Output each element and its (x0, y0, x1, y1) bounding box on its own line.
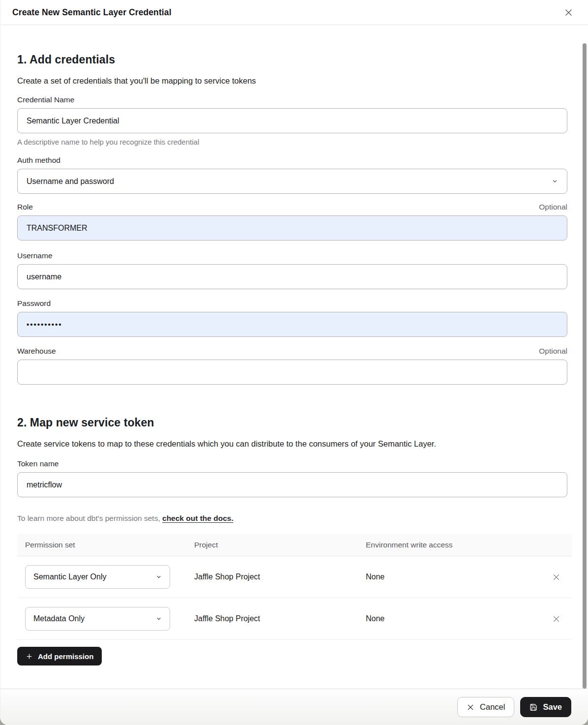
auth-method-label: Auth method (17, 156, 60, 165)
docs-link[interactable]: check out the docs. (162, 514, 234, 522)
modal-header: Create New Semantic Layer Credential (0, 0, 588, 25)
close-icon (564, 8, 573, 17)
permissions-table: Permission set Project Environment write… (17, 534, 572, 640)
chevron-down-icon (156, 574, 162, 580)
env-write-access-cell: None (358, 573, 548, 581)
remove-row-button[interactable] (548, 569, 564, 585)
project-cell: Jaffle Shop Project (186, 573, 358, 581)
username-group: Username (17, 251, 567, 289)
save-icon (529, 703, 537, 711)
password-group: Password (17, 299, 567, 337)
plus-icon (26, 653, 33, 660)
token-name-input[interactable] (17, 472, 567, 497)
modal-title: Create New Semantic Layer Credential (12, 7, 172, 18)
save-button[interactable]: Save (520, 697, 571, 717)
username-input[interactable] (17, 264, 567, 289)
close-icon (552, 573, 560, 581)
password-label: Password (17, 299, 51, 308)
chevron-down-icon (552, 178, 558, 184)
close-icon (467, 703, 474, 711)
warehouse-label: Warehouse (17, 347, 56, 356)
project-cell: Jaffle Shop Project (186, 614, 358, 623)
auth-method-selected-value: Username and password (27, 177, 114, 186)
add-permission-button[interactable]: Add permission (17, 647, 102, 665)
modal-body: 1. Add credentials Create a set of crede… (0, 53, 588, 665)
section-2-heading: 2. Map new service token (17, 416, 567, 429)
close-button[interactable] (561, 5, 575, 19)
password-input[interactable] (17, 312, 567, 337)
section-1-heading: 1. Add credentials (17, 53, 567, 66)
chevron-down-icon (156, 616, 162, 622)
add-permission-label: Add permission (38, 652, 93, 661)
save-label: Save (543, 702, 562, 712)
permission-set-select-row-2[interactable]: Metadata Only (25, 607, 170, 631)
role-label: Role (17, 203, 33, 211)
token-name-label: Token name (17, 459, 59, 468)
cancel-button[interactable]: Cancel (457, 697, 514, 717)
role-optional-tag: Optional (539, 203, 567, 211)
warehouse-group: Warehouse Optional (17, 347, 567, 385)
modal-footer: Cancel Save (0, 689, 588, 725)
docs-prefix-text: To learn more about dbt's permission set… (17, 514, 162, 522)
credential-name-helper: A descriptive name to help you recognize… (17, 138, 567, 146)
permissions-table-header: Permission set Project Environment write… (17, 534, 572, 556)
credential-name-group: Credential Name A descriptive name to he… (17, 95, 567, 146)
username-label: Username (17, 251, 53, 260)
header-env-write-access: Environment write access (358, 541, 548, 549)
warehouse-input[interactable] (17, 360, 567, 385)
close-icon (552, 615, 560, 623)
remove-row-button[interactable] (548, 611, 564, 627)
credential-name-input[interactable] (17, 108, 567, 133)
permission-set-value: Metadata Only (33, 614, 85, 623)
permission-set-select-row-1[interactable]: Semantic Layer Only (25, 565, 170, 589)
auth-method-group: Auth method Username and password (17, 156, 567, 194)
permission-docs-line: To learn more about dbt's permission set… (17, 514, 567, 523)
role-group: Role Optional (17, 203, 567, 241)
table-row: Metadata Only Jaffle Shop Project None (17, 598, 572, 640)
env-write-access-cell: None (358, 614, 548, 623)
table-row: Semantic Layer Only Jaffle Shop Project … (17, 556, 572, 598)
permission-set-value: Semantic Layer Only (33, 573, 107, 581)
vertical-scrollbar[interactable] (583, 43, 587, 689)
warehouse-optional-tag: Optional (539, 347, 567, 356)
cancel-label: Cancel (480, 702, 505, 712)
header-project: Project (186, 541, 358, 549)
section-1-description: Create a set of credentials that you'll … (17, 76, 567, 86)
token-name-group: Token name (17, 459, 567, 497)
role-input[interactable] (17, 215, 567, 241)
header-permission-set: Permission set (17, 541, 186, 549)
create-credential-modal: Create New Semantic Layer Credential 1. … (0, 0, 588, 725)
credential-name-label: Credential Name (17, 95, 74, 104)
section-2-description: Create service tokens to map to these cr… (17, 439, 567, 449)
auth-method-select[interactable]: Username and password (17, 169, 567, 194)
